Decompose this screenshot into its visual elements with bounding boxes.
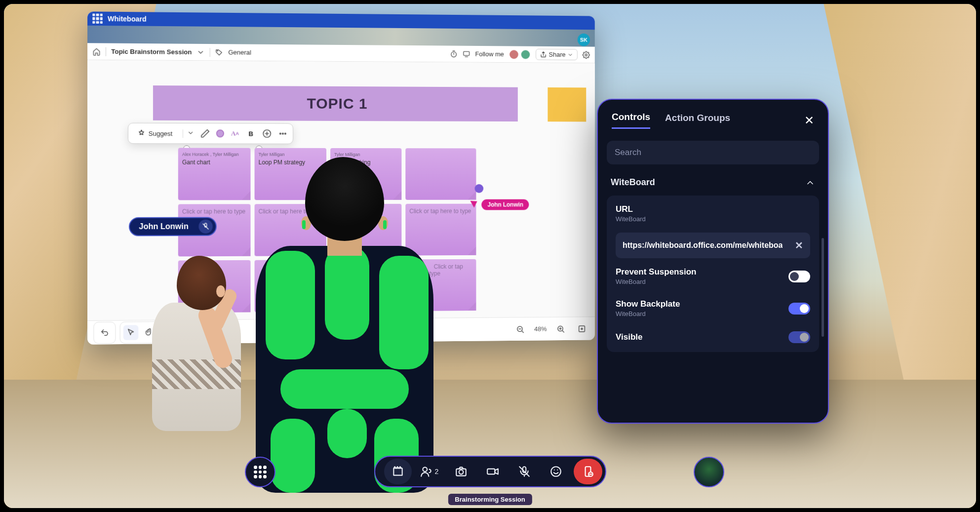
tag-icon[interactable] xyxy=(215,48,223,56)
section-header-witeboard[interactable]: WiteBoard xyxy=(607,170,819,195)
call-toolbar: 2 xyxy=(374,456,606,487)
whiteboard-app-title: Whiteboard xyxy=(108,15,147,23)
user-badge[interactable]: SK xyxy=(578,34,590,46)
toggle-show-backplate[interactable] xyxy=(788,303,810,315)
session-label: Brainstorming Session xyxy=(448,494,532,505)
zoom-in-button[interactable] xyxy=(553,321,568,336)
search-input[interactable]: Search xyxy=(607,141,819,164)
svg-point-17 xyxy=(551,467,561,476)
property-url: URL WiteBoard xyxy=(607,197,819,230)
toggle-prevent-suspension[interactable] xyxy=(788,271,810,282)
remote-cursor: John Lonwin xyxy=(472,199,529,210)
toggle-visible[interactable] xyxy=(788,331,810,343)
avatar-participant xyxy=(147,256,246,443)
scrollbar[interactable] xyxy=(822,238,824,337)
chevron-down-icon[interactable] xyxy=(196,48,204,56)
remote-cursor-name: John Lonwin xyxy=(482,199,529,210)
svg-point-3 xyxy=(585,54,587,56)
mic-muted-icon[interactable] xyxy=(198,220,212,234)
tab-controls[interactable]: Controls xyxy=(612,112,650,129)
zoom-out-button[interactable] xyxy=(513,322,527,337)
svg-point-12 xyxy=(423,467,427,472)
mic-button[interactable] xyxy=(510,459,538,484)
topic-banner[interactable]: TOPIC 1 xyxy=(153,85,518,121)
svg-point-0 xyxy=(217,50,218,51)
avatar-self xyxy=(236,157,443,503)
property-visible: Visible xyxy=(607,324,819,350)
share-button[interactable]: Share xyxy=(536,49,578,60)
text-color-icon[interactable]: AA xyxy=(230,128,240,138)
svg-point-11 xyxy=(581,328,583,329)
url-input[interactable]: https://whiteboard.office.com/me/whitebo… xyxy=(616,233,810,258)
svg-point-7 xyxy=(284,133,286,134)
color-picker[interactable] xyxy=(216,129,224,137)
more-icon[interactable] xyxy=(278,129,288,139)
present-icon[interactable] xyxy=(463,50,470,58)
camera-button[interactable] xyxy=(447,459,475,484)
controls-panel: Controls Action Groups ✕ Search WiteBoar… xyxy=(597,99,829,424)
app-launcher-icon[interactable] xyxy=(92,13,102,23)
property-prevent-suspension: Prevent SuspensionWiteBoard xyxy=(607,260,819,292)
clapper-icon[interactable] xyxy=(384,459,412,484)
tag-label[interactable]: General xyxy=(228,48,251,56)
leave-button[interactable] xyxy=(574,459,602,484)
participants-button[interactable]: 2 xyxy=(416,459,443,484)
suggest-button[interactable]: Suggest xyxy=(133,127,176,139)
pointer-tool[interactable] xyxy=(123,325,139,340)
close-icon[interactable]: ✕ xyxy=(804,115,814,126)
bold-icon[interactable]: B xyxy=(246,128,256,138)
tab-action-groups[interactable]: Action Groups xyxy=(665,113,730,128)
undo-button[interactable] xyxy=(97,325,113,340)
record-button[interactable] xyxy=(479,459,507,484)
svg-point-5 xyxy=(279,133,281,134)
menu-button[interactable] xyxy=(245,457,275,487)
add-icon[interactable] xyxy=(262,129,272,139)
cursor-arrow-icon xyxy=(470,198,479,208)
session-title[interactable]: Topic Brainstorm Session xyxy=(111,48,192,56)
chevron-up-icon xyxy=(805,178,815,188)
home-icon[interactable] xyxy=(92,47,100,55)
emoji-button[interactable] xyxy=(542,459,570,484)
clear-icon[interactable]: ✕ xyxy=(795,239,803,251)
svg-rect-10 xyxy=(579,326,585,332)
svg-rect-15 xyxy=(487,469,495,474)
svg-point-6 xyxy=(282,133,283,134)
follow-me-label[interactable]: Follow me xyxy=(475,50,504,58)
presence-avatars[interactable] xyxy=(509,49,531,60)
self-avatar-button[interactable] xyxy=(694,457,724,487)
suggest-dropdown[interactable] xyxy=(183,129,194,138)
timer-icon[interactable] xyxy=(450,50,458,58)
floating-toolbar: Suggest AA B xyxy=(128,123,293,144)
svg-point-14 xyxy=(459,470,463,474)
remote-cursor-avatar xyxy=(474,184,483,193)
topic-banner-2[interactable] xyxy=(548,87,586,121)
user-name-pill[interactable]: John Lonwin xyxy=(129,217,217,236)
pencil-icon[interactable] xyxy=(200,128,210,138)
svg-rect-2 xyxy=(464,51,470,55)
zoom-level[interactable]: 48% xyxy=(534,325,547,333)
fit-button[interactable] xyxy=(575,321,589,336)
property-show-backplate: Show BackplateWiteBoard xyxy=(607,292,819,324)
gear-icon[interactable] xyxy=(582,51,590,59)
